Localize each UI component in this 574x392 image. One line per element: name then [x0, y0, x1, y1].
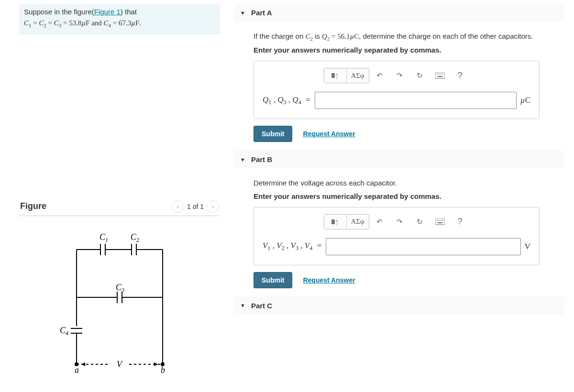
- templates-icon[interactable]: x√: [324, 68, 347, 83]
- part-a-header[interactable]: ▼ Part A: [234, 4, 564, 22]
- help-icon[interactable]: ?: [453, 69, 468, 82]
- part-a-instruction: Enter your answers numerically separated…: [254, 46, 560, 54]
- svg-text:√: √: [336, 222, 338, 226]
- figure-header: Figure ‹ 1 of 1 ›: [19, 197, 220, 216]
- part-b-submit-button[interactable]: Submit: [254, 272, 292, 288]
- intro-text-post: ) that: [121, 8, 137, 16]
- prev-figure-button[interactable]: ‹: [172, 200, 184, 213]
- svg-rect-46: [438, 222, 442, 223]
- part-b-label: Part B: [251, 155, 272, 163]
- part-b-body: Determine the voltage across each capaci…: [234, 168, 564, 297]
- collapse-icon: ▼: [240, 303, 245, 308]
- greek-button[interactable]: ΑΣφ: [347, 68, 369, 83]
- redo-icon[interactable]: ↷: [392, 215, 408, 229]
- svg-text:V: V: [117, 359, 123, 369]
- svg-point-36: [442, 74, 443, 75]
- svg-rect-37: [438, 76, 442, 77]
- part-b-lhs: V1 , V2 , V3 , V4 =: [263, 241, 322, 252]
- keyboard-icon[interactable]: [432, 215, 448, 229]
- given-c4: C4 = 67.3µF.: [104, 19, 141, 27]
- help-icon[interactable]: ?: [453, 215, 468, 229]
- part-a-lhs: Q1 , Q3 , Q4 =: [263, 95, 311, 106]
- part-c-header[interactable]: ▼ Part C: [234, 297, 564, 315]
- svg-text:C1: C1: [99, 232, 108, 243]
- collapse-icon: ▼: [240, 157, 245, 163]
- answer-toolbar: x√ ΑΣφ ↶ ↷ ↻ ?: [263, 68, 530, 83]
- undo-icon[interactable]: ↶: [372, 215, 387, 229]
- circuit-diagram: C1 C2 C3 C4 a b V: [57, 230, 220, 375]
- svg-text:C4: C4: [60, 326, 68, 337]
- svg-rect-41: [435, 218, 445, 225]
- pager-text: 1 of 1: [187, 203, 204, 210]
- svg-marker-18: [81, 362, 85, 366]
- figure-title: Figure: [20, 201, 46, 211]
- templates-icon[interactable]: x√: [324, 215, 347, 229]
- part-b-instruction: Enter your answers numerically separated…: [254, 192, 560, 200]
- greek-button[interactable]: ΑΣφ: [347, 215, 369, 229]
- svg-point-44: [441, 220, 442, 221]
- svg-point-33: [437, 74, 438, 75]
- keyboard-icon[interactable]: [432, 69, 448, 82]
- part-c-label: Part C: [251, 302, 272, 310]
- svg-text:C2: C2: [131, 232, 139, 243]
- part-a-submit-button[interactable]: Submit: [254, 126, 292, 142]
- svg-text:b: b: [161, 365, 165, 374]
- svg-text:C3: C3: [116, 283, 124, 294]
- part-b-answer-box: x√ ΑΣφ ↶ ↷ ↻ ? V1 , V2 , V3 , V4 = V: [254, 207, 540, 265]
- part-a-label: Part A: [251, 9, 272, 17]
- part-a-input[interactable]: [315, 92, 517, 109]
- given-equation: C1 = C2 = C3 = 53.8µF: [24, 19, 91, 27]
- figure-pager: ‹ 1 of 1 ›: [172, 200, 219, 213]
- figure-link[interactable]: Figure 1: [94, 8, 121, 16]
- intro-text: Suppose in the figure(: [24, 8, 94, 16]
- part-a-answer-box: x√ ΑΣφ ↶ ↷ ↻ ? Q1 , Q3 , Q4 = µC: [254, 61, 540, 119]
- svg-rect-29: [331, 73, 335, 78]
- undo-icon[interactable]: ↶: [372, 69, 387, 82]
- part-a-request-answer-link[interactable]: Request Answer: [303, 130, 355, 138]
- part-b-request-answer-link[interactable]: Request Answer: [303, 276, 355, 284]
- svg-marker-19: [154, 362, 158, 366]
- part-b-unit: V: [525, 242, 530, 251]
- svg-rect-38: [331, 219, 335, 224]
- part-a-body: If the charge on C2 is Q2 = 56.1µC, dete…: [234, 22, 564, 151]
- redo-icon[interactable]: ↷: [392, 69, 408, 82]
- answer-toolbar: x√ ΑΣφ ↶ ↷ ↻ ?: [263, 214, 530, 229]
- svg-point-42: [437, 220, 438, 221]
- reset-icon[interactable]: ↻: [412, 69, 428, 82]
- reset-icon[interactable]: ↻: [412, 215, 428, 229]
- svg-text:a: a: [75, 365, 79, 374]
- problem-intro: Suppose in the figure(Figure 1) that C1 …: [19, 4, 220, 35]
- part-b-header[interactable]: ▼ Part B: [234, 151, 564, 168]
- svg-rect-32: [435, 72, 445, 78]
- svg-text:√: √: [336, 76, 338, 79]
- part-a-question: If the charge on C2 is Q2 = 56.1µC, dete…: [254, 30, 560, 43]
- svg-point-34: [439, 74, 440, 75]
- next-figure-button[interactable]: ›: [207, 200, 219, 213]
- svg-point-35: [441, 74, 442, 75]
- svg-point-45: [442, 220, 443, 221]
- part-a-unit: µC: [520, 96, 530, 105]
- svg-point-43: [439, 220, 440, 221]
- collapse-icon: ▼: [240, 10, 245, 16]
- part-b-question: Determine the voltage across each capaci…: [254, 177, 560, 189]
- part-b-input[interactable]: [326, 238, 520, 255]
